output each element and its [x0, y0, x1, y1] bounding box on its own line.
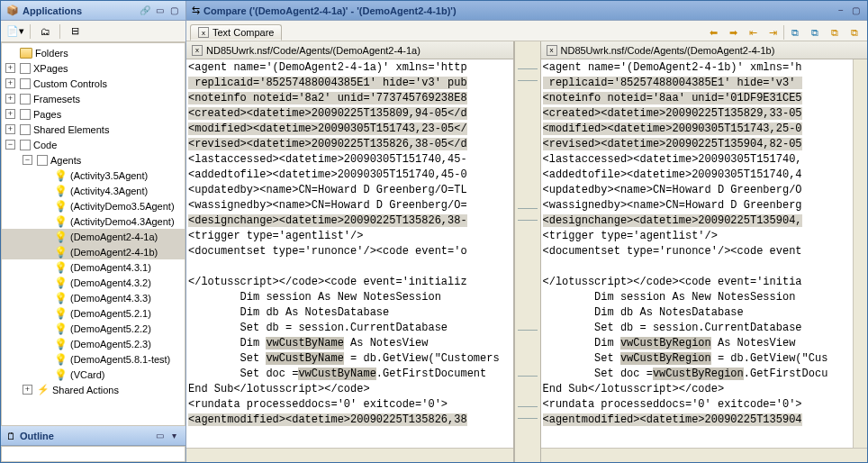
tree-item[interactable]: 💡(VCard)	[2, 367, 185, 382]
tree-item[interactable]: 💡(DemoAgent5.2.2)	[2, 321, 185, 336]
expand-icon[interactable]: +	[5, 63, 15, 73]
tree-item[interactable]: +Pages	[2, 106, 185, 122]
tree-item-label: Code	[33, 140, 57, 150]
link-icon[interactable]: 🔗	[139, 5, 151, 17]
tree-item[interactable]: 💡(DemoAgent4.3.2)	[2, 275, 185, 290]
applications-tree[interactable]: Folders+XPages+Custom Controls+Framesets…	[1, 42, 185, 426]
code-line: <agentmodified><datetime>20090225T135826…	[188, 413, 511, 428]
tree-item[interactable]: −Agents	[2, 152, 185, 168]
agent-icon: 💡	[54, 338, 68, 350]
code-line: <documentset type='runonce'/><code event…	[188, 244, 511, 259]
tree-item[interactable]: 💡(Activity3.5Agent)	[2, 168, 185, 183]
code-line: <noteinfo noteid='8a2' unid='77374576923…	[188, 91, 511, 106]
tree-item-label: (DemoAgent5.8.1-test)	[70, 354, 170, 365]
item-icon	[20, 63, 31, 74]
expand-icon[interactable]: +	[5, 124, 15, 134]
applications-icon: 📦	[6, 5, 19, 16]
tree-item[interactable]: 💡(ActivityDemo3.5Agent)	[2, 198, 185, 213]
next-diff-icon[interactable]: ⧉	[786, 24, 804, 41]
tab-label: Text Compare	[212, 27, 274, 38]
tree-item[interactable]: 💡(DemoAgent2-4-1a)	[2, 229, 185, 244]
tab-text-compare[interactable]: x Text Compare	[190, 24, 282, 41]
copy-all-left-icon[interactable]: ⇤	[744, 24, 762, 41]
outline-menu-icon[interactable]: ▾	[167, 430, 180, 442]
code-line: <noteinfo noteid='8aa' unid='01DF9E31CE5	[543, 91, 852, 106]
applications-title: Applications	[23, 5, 135, 16]
outline-min-icon[interactable]: ▭	[153, 430, 166, 442]
prev-change-icon[interactable]: ⧉	[845, 24, 863, 41]
compare-right-column: x ND85Uwrk.nsf/Code/Agents/(DemoAgent2-4…	[541, 41, 868, 462]
tree-item[interactable]: 💡(ActivityDemo4.3Agent)	[2, 213, 185, 229]
new-dropdown-icon[interactable]: 📄▾	[6, 23, 24, 40]
compare-tabbar: x Text Compare ⬅ ➡ ⇤ ⇥ ⧉ ⧉ ⧉ ⧉	[186, 21, 867, 41]
copy-all-right-icon[interactable]: ⇥	[764, 24, 782, 41]
code-line: End Sub</lotusscript></code>	[188, 382, 511, 397]
expand-icon[interactable]: +	[5, 78, 15, 88]
code-line: <updatedby><name>CN=Howard D Greenberg/O	[543, 183, 852, 198]
scrollbar-vertical[interactable]	[853, 59, 867, 448]
expand-icon[interactable]: +	[5, 94, 15, 104]
code-line	[188, 259, 511, 275]
agent-icon: 💡	[54, 353, 68, 366]
tree-item-label: (DemoAgent5.2.3)	[70, 339, 151, 350]
tree-item[interactable]: +⚡Shared Actions	[2, 382, 185, 397]
compare-right-header: x ND85Uwrk.nsf/Code/Agents/(DemoAgent2-4…	[541, 41, 868, 59]
next-change-icon[interactable]: ⧉	[826, 24, 844, 41]
compare-left-column: x ND85Uwrk.nsf/Code/Agents/(DemoAgent2-4…	[186, 41, 514, 462]
code-line: <trigger type='agentlist'/>	[188, 229, 511, 244]
agent-icon: 💡	[54, 292, 68, 304]
code-line: <agent name='(DemoAgent2-4-1b)' xmlns='h	[543, 60, 852, 76]
tree-item[interactable]: 💡(DemoAgent5.2.3)	[2, 336, 185, 351]
code-line: <modified><datetime>20090305T151743,23-0…	[188, 122, 511, 137]
collapse-all-icon[interactable]: ⊟	[66, 23, 84, 40]
maximize-icon[interactable]: ▢	[167, 5, 180, 17]
tree-item-label: XPages	[33, 63, 68, 74]
tree-item[interactable]: +Shared Elements	[2, 122, 185, 137]
expand-icon[interactable]: +	[23, 385, 32, 395]
minimize-icon[interactable]: ▭	[153, 5, 166, 17]
tree-item-label: (DemoAgent4.3.3)	[70, 293, 151, 304]
code-line: Set db = session.CurrentDatabase	[543, 321, 852, 336]
tree-item[interactable]: 💡(DemoAgent5.8.1-test)	[2, 351, 185, 367]
collapse-icon[interactable]: −	[5, 140, 15, 150]
tree-item[interactable]: −Code	[2, 137, 185, 152]
compare-min-icon[interactable]: −	[835, 5, 847, 17]
tree-item[interactable]: Folders	[2, 45, 185, 60]
compare-right-path: ND85Uwrk.nsf/Code/Agents/(DemoAgent2-4-1…	[561, 45, 775, 56]
tree-item[interactable]: 💡(DemoAgent5.2.1)	[2, 305, 185, 321]
separator	[30, 24, 31, 39]
tree-item[interactable]: 💡(DemoAgent4.3.3)	[2, 290, 185, 305]
tree-item[interactable]: 💡(DemoAgent2-4-1b)	[2, 244, 185, 259]
tree-item[interactable]: 💡(Activity4.3Agent)	[2, 183, 185, 198]
agent-icon: 💡	[54, 261, 68, 274]
tree-item-label: (Activity3.5Agent)	[70, 170, 148, 181]
tree-item[interactable]: +XPages	[2, 60, 185, 76]
compare-icon: ⇆	[192, 5, 200, 16]
compare-left-code[interactable]: <agent name='(DemoAgent2-4-1a)' xmlns='h…	[186, 59, 513, 448]
agent-icon: 💡	[54, 277, 68, 289]
compare-max-icon[interactable]: ▢	[849, 5, 862, 17]
tree-item-label: (DemoAgent2-4-1a)	[70, 232, 158, 242]
filter-icon[interactable]: 🗂	[36, 23, 54, 40]
collapse-icon[interactable]: −	[23, 155, 32, 165]
tree-item[interactable]: 💡(DemoAgent4.3.1)	[2, 259, 185, 275]
copy-right-to-left-icon[interactable]: ➡	[724, 24, 742, 41]
compare-body: x ND85Uwrk.nsf/Code/Agents/(DemoAgent2-4…	[186, 41, 867, 462]
tree-item-label: (ActivityDemo4.3Agent)	[70, 216, 175, 227]
tree-item-label: Custom Controls	[33, 78, 107, 89]
tree-item[interactable]: +Framesets	[2, 91, 185, 106]
code-line: <documentset type='runonce'/><code event	[543, 244, 852, 259]
code-line: replicaid='85257488004385E1' hide='v3'	[543, 76, 852, 91]
code-line: Set doc =vwCustByName.GetFirstDocument	[188, 367, 511, 382]
scrollbar-horizontal[interactable]	[541, 448, 868, 462]
expand-icon[interactable]: +	[5, 109, 15, 119]
tree-item-label: Shared Actions	[52, 385, 119, 395]
copy-left-to-right-icon[interactable]: ⬅	[704, 24, 722, 41]
scrollbar-horizontal[interactable]	[186, 448, 513, 462]
tree-item-label: (DemoAgent5.2.2)	[70, 323, 151, 334]
tree-item-label: (ActivityDemo3.5Agent)	[70, 201, 175, 212]
compare-right-code[interactable]: <agent name='(DemoAgent2-4-1b)' xmlns='h…	[541, 59, 854, 448]
prev-diff-icon[interactable]: ⧉	[806, 24, 824, 41]
code-line: <rundata processeddocs='0' exitcode='0'>	[543, 397, 852, 413]
tree-item[interactable]: +Custom Controls	[2, 76, 185, 91]
